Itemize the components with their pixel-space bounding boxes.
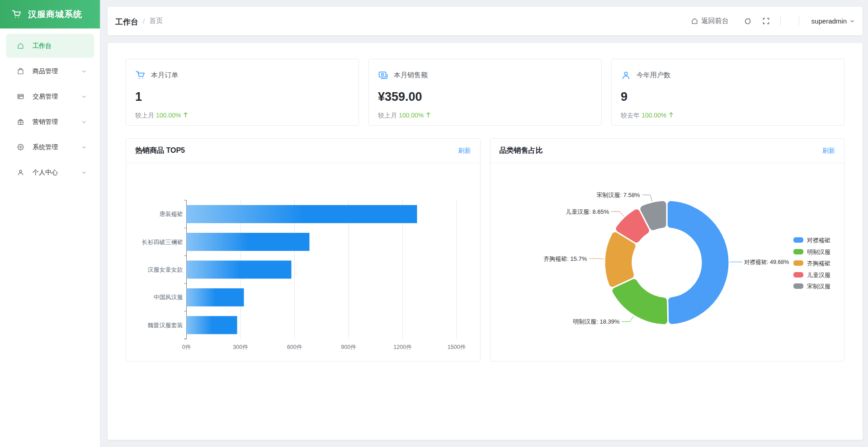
svg-text:600件: 600件 (287, 344, 302, 350)
svg-text:明制汉服: 明制汉服 (807, 249, 830, 255)
svg-text:0件: 0件 (182, 344, 191, 350)
svg-text:唐装襦裙: 唐装襦裙 (160, 211, 183, 217)
svg-text:长衫四破三襕裙: 长衫四破三襕裙 (142, 239, 183, 245)
svg-text:1500件: 1500件 (448, 344, 466, 350)
svg-text:齐胸襦裙: 15.7%: 齐胸襦裙: 15.7% (543, 255, 587, 262)
svg-text:魏晋汉服套装: 魏晋汉服套装 (148, 322, 183, 329)
svg-text:宋制汉服: 宋制汉服 (807, 283, 830, 290)
svg-text:中国风汉服: 中国风汉服 (154, 294, 183, 301)
svg-text:汉服女童女款: 汉服女童女款 (148, 266, 183, 273)
svg-text:宋制汉服: 7.58%: 宋制汉服: 7.58% (596, 192, 640, 198)
svg-text:儿童汉服: 儿童汉服 (807, 272, 830, 278)
svg-text:对襟襦裙: 49.68%: 对襟襦裙: 49.68% (744, 259, 789, 265)
svg-text:明制汉服: 18.39%: 明制汉服: 18.39% (573, 318, 620, 325)
svg-text:900件: 900件 (341, 344, 356, 350)
svg-text:300件: 300件 (233, 344, 248, 350)
svg-text:对襟襦裙: 对襟襦裙 (807, 237, 830, 244)
svg-text:齐胸襦裙: 齐胸襦裙 (807, 260, 830, 267)
svg-text:1200件: 1200件 (393, 344, 412, 350)
svg-text:儿童汉服: 8.65%: 儿童汉服: 8.65% (566, 208, 609, 215)
